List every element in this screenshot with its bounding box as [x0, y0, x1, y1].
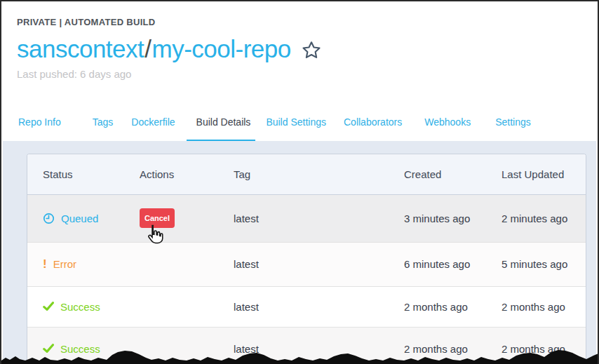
build-details-content: Status Actions Tag Created Last Updated [3, 141, 596, 364]
privacy-badge: PRIVATE | AUTOMATED BUILD [17, 17, 582, 27]
page-title: sanscontext/my-cool-repo [17, 35, 582, 63]
torn-edge-decoration [1, 346, 599, 364]
column-header-status: Status [27, 154, 140, 194]
column-header-created: Created [404, 154, 502, 194]
updated-cell: 2 months ago [502, 286, 586, 327]
status-badge: ! Error [43, 258, 140, 270]
table-header-row: Status Actions Tag Created Last Updated [27, 154, 586, 194]
star-outline-icon [301, 40, 322, 61]
repo-header: PRIVATE | AUTOMATED BUILD sanscontext/my… [1, 1, 598, 80]
tab-settings[interactable]: Settings [495, 103, 531, 141]
tab-tags[interactable]: Tags [93, 103, 114, 141]
created-cell: 6 minutes ago [404, 242, 502, 286]
updated-cell: 2 minutes ago [502, 194, 586, 242]
repo-namespace: sanscontext [17, 35, 144, 63]
repo-build-details-page: PRIVATE | AUTOMATED BUILD sanscontext/my… [0, 0, 599, 364]
tag-cell: latest [234, 286, 404, 327]
status-text: Success [60, 301, 100, 313]
last-pushed-text: Last pushed: 6 days ago [17, 68, 582, 80]
tab-build-settings[interactable]: Build Settings [266, 103, 326, 141]
tag-cell: latest [234, 194, 404, 242]
repo-title-separator: / [144, 35, 152, 63]
clock-icon [43, 213, 55, 224]
tab-webhooks[interactable]: Webhooks [424, 103, 471, 141]
tab-repo-info[interactable]: Repo Info [18, 103, 61, 141]
status-badge: Queued [43, 213, 140, 224]
column-header-tag: Tag [234, 154, 404, 194]
column-header-actions: Actions [140, 154, 234, 194]
created-cell: 2 months ago [404, 286, 502, 327]
created-cell: 3 minutes ago [404, 194, 502, 242]
build-row-queued: Queued Cancel latest 3 minutes ago 2 min… [27, 194, 586, 242]
status-text: Error [53, 258, 76, 270]
star-repo-button[interactable] [301, 40, 322, 61]
repo-tabbar: Repo Info Tags Dockerfile Build Details … [3, 103, 596, 141]
exclamation-icon: ! [43, 258, 47, 270]
cursor-pointer-icon [144, 224, 164, 248]
build-row-error: ! Error latest 6 minutes ago 5 minutes a… [27, 242, 586, 286]
column-header-last-updated: Last Updated [502, 154, 586, 194]
status-text: Queued [61, 213, 98, 224]
repo-name: my-cool-repo [152, 35, 291, 63]
tab-dockerfile[interactable]: Dockerfile [131, 103, 175, 141]
build-row-success: Success latest 2 months ago 2 months ago [27, 286, 586, 327]
status-badge: Success [43, 301, 140, 313]
builds-table-card: Status Actions Tag Created Last Updated [27, 154, 586, 364]
builds-table: Status Actions Tag Created Last Updated [27, 154, 586, 364]
tag-cell: latest [234, 242, 404, 286]
check-icon [43, 302, 54, 311]
tab-build-details[interactable]: Build Details [196, 103, 251, 141]
tab-collaborators[interactable]: Collaborators [344, 103, 402, 141]
updated-cell: 5 minutes ago [502, 242, 586, 286]
